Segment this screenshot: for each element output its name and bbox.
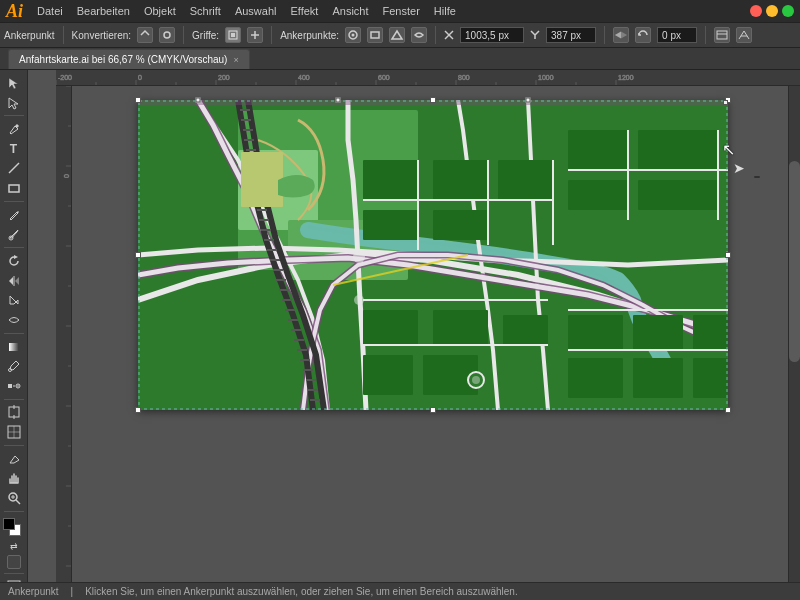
anchor-btn1[interactable] [345,27,361,43]
menu-effekt[interactable]: Effekt [284,3,324,19]
svg-rect-8 [717,31,727,39]
tool-eyedropper[interactable] [3,357,25,375]
status-tool: Ankerpunkt [8,586,59,597]
svg-rect-11 [9,185,19,192]
tool-zoom[interactable] [3,489,25,507]
tool-slice[interactable] [3,423,25,441]
anchor-bl[interactable] [135,407,141,413]
menu-auswahl[interactable]: Auswahl [229,3,283,19]
main-area: T [0,70,800,600]
svg-rect-138 [241,152,283,207]
menu-fenster[interactable]: Fenster [377,3,426,19]
ruler-top: -200 0 200 400 600 800 1000 1200 [56,70,800,86]
handle-btn1[interactable] [225,27,241,43]
svg-rect-121 [633,358,683,398]
tool-pen[interactable] [3,120,25,138]
convert-btn2[interactable] [159,27,175,43]
color-fill-stroke[interactable] [3,518,25,536]
anchor-tm[interactable] [430,97,436,103]
document-tab[interactable]: Anfahrtskarte.ai bei 66,67 % (CMYK/Vorsc… [8,49,250,69]
status-bar: Ankerpunkt | Klicken Sie, um einen Anker… [0,582,800,600]
anchor-bm[interactable] [430,407,436,413]
options-bar: Ankerpunkt Konvertieren: Griffe: Ankerpu… [0,22,800,48]
svg-rect-108 [568,130,628,170]
svg-text:0: 0 [63,174,70,178]
tool-reflect[interactable] [3,272,25,290]
action-btn2[interactable] [736,27,752,43]
menu-schrift[interactable]: Schrift [184,3,227,19]
tool-select[interactable] [3,74,25,92]
tool-type[interactable]: T [3,140,25,158]
tool-hand[interactable] [3,470,25,488]
convert-btn1[interactable] [137,27,153,43]
svg-rect-115 [363,355,413,395]
title-bar: Ai Datei Bearbeiten Objekt Schrift Auswa… [0,0,800,22]
tool-sep2 [4,201,24,202]
menu-objekt[interactable]: Objekt [138,3,182,19]
handles-label: Griffe: [192,30,219,41]
svg-rect-120 [568,358,623,398]
tool-rotate[interactable] [3,252,25,270]
anchor-path-3[interactable] [526,98,531,103]
window-maximize[interactable] [782,5,794,17]
anchor-btn2[interactable] [367,27,383,43]
anchor-mr[interactable] [725,252,731,258]
status-separator: | [71,586,74,597]
svg-rect-103 [363,160,418,200]
window-minimize[interactable] [766,5,778,17]
sep1 [63,26,64,44]
svg-line-25 [16,500,20,504]
type-icon-letter: T [10,142,17,156]
svg-text:1200: 1200 [618,74,634,81]
flip-btn1[interactable] [613,27,629,43]
handle-btn2[interactable] [247,27,263,43]
cursor: ↖ [722,140,735,159]
canvas-area[interactable]: -200 0 200 400 600 800 1000 1200 [28,70,800,600]
tool-pencil[interactable] [3,206,25,224]
svg-rect-112 [363,310,418,345]
action-btn1[interactable] [714,27,730,43]
tool-paintbrush[interactable] [3,226,25,244]
anchor-path-4[interactable] [723,100,728,105]
menu-bearbeiten[interactable]: Bearbeiten [71,3,136,19]
tool-line[interactable] [3,160,25,178]
x-field[interactable] [460,27,524,43]
svg-text:1000: 1000 [538,74,554,81]
anchor-tl[interactable] [135,97,141,103]
menu-datei[interactable]: Datei [31,3,69,19]
tool-sep6 [4,445,24,446]
svg-text:800: 800 [458,74,470,81]
anchor-br[interactable] [725,407,731,413]
anchor-path-2[interactable] [336,98,341,103]
menu-ansicht[interactable]: Ansicht [326,3,374,19]
svg-rect-113 [433,310,488,345]
window-close[interactable] [750,5,762,17]
scrollbar-v[interactable] [788,86,800,588]
map-content [138,100,728,410]
extra-field[interactable] [657,27,697,43]
tool-sep1 [4,115,24,116]
tool-blend[interactable] [3,377,25,395]
convert-label: Konvertieren: [72,30,131,41]
tool-direct-select[interactable] [3,94,25,112]
tool-sep7 [4,511,24,512]
tool-warp[interactable] [3,311,25,329]
none-color-btn[interactable] [7,555,21,569]
svg-point-15 [8,369,11,372]
tool-shape[interactable] [3,179,25,197]
svg-rect-110 [568,180,628,210]
anchor-btn4[interactable] [411,27,427,43]
anchor-ml[interactable] [135,252,141,258]
tool-gradient[interactable] [3,338,25,356]
tab-close-btn[interactable]: × [233,55,238,65]
tool-artboard[interactable] [3,404,25,422]
anchor-btn3[interactable] [389,27,405,43]
tool-scale[interactable] [3,291,25,309]
swap-colors-btn[interactable]: ⇄ [5,539,23,553]
menu-hilfe[interactable]: Hilfe [428,3,462,19]
rotate-options-btn[interactable] [635,27,651,43]
tool-eraser[interactable] [3,450,25,468]
svg-text:200: 200 [218,74,230,81]
anchor-path-1[interactable] [196,98,201,103]
y-field[interactable] [546,27,596,43]
